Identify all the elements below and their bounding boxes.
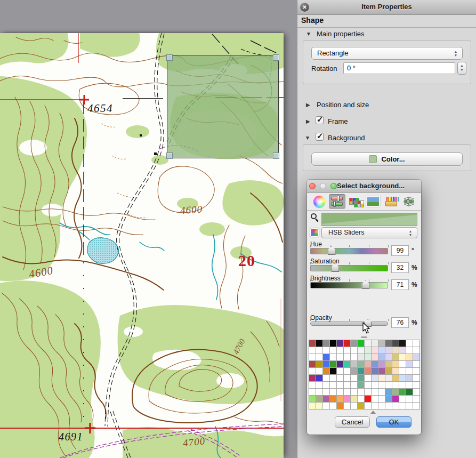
swatch-cell[interactable] (413, 382, 419, 388)
swatch-cell[interactable] (323, 389, 329, 395)
swatch-cell[interactable] (337, 403, 343, 409)
swatch-cell[interactable] (309, 382, 316, 388)
swatch-cell[interactable] (399, 382, 406, 388)
swatch-cell[interactable] (316, 361, 322, 367)
swatch-cell[interactable] (392, 354, 399, 360)
swatch-cell[interactable] (365, 347, 371, 353)
swatch-cell[interactable] (365, 375, 371, 381)
selection-handle-top-left[interactable] (166, 54, 173, 61)
swatch-cell[interactable] (316, 396, 322, 402)
tab-crayons[interactable] (383, 194, 399, 209)
swatch-cell[interactable] (351, 361, 357, 367)
swatch-cell[interactable] (413, 375, 419, 381)
swatch-cell[interactable] (365, 403, 371, 409)
swatch-cell[interactable] (406, 361, 413, 367)
swatch-cell[interactable] (323, 340, 329, 347)
swatch-cell[interactable] (406, 340, 413, 347)
swatch-cell[interactable] (323, 396, 329, 402)
swatch-cell[interactable] (413, 347, 419, 353)
swatch-cell[interactable] (385, 340, 392, 347)
swatch-cell[interactable] (316, 368, 322, 374)
swatch-cell[interactable] (309, 389, 316, 395)
dialog-titlebar[interactable]: Select background... (307, 180, 421, 193)
swatch-cell[interactable] (385, 382, 392, 388)
swatch-cell[interactable] (399, 340, 406, 347)
swatch-cell[interactable] (344, 368, 350, 374)
spinner-down-icon[interactable]: ▼ (461, 68, 464, 73)
tab-image-palettes[interactable] (365, 194, 381, 209)
swatch-cell[interactable] (351, 347, 357, 353)
rectangle-shape-item[interactable] (167, 55, 279, 158)
swatch-cell[interactable] (378, 375, 385, 381)
saturation-slider[interactable] (310, 265, 388, 271)
slider-mode-dropdown[interactable]: HSB Sliders ▲▼ (321, 227, 417, 238)
chevron-right-icon[interactable]: ▶ (306, 102, 312, 108)
swatch-cell[interactable] (372, 375, 378, 381)
swatch-cell[interactable] (358, 389, 364, 395)
swatch-cell[interactable] (323, 375, 329, 381)
main-properties-header[interactable]: ▼ Main properties (306, 29, 365, 38)
swatch-cell[interactable] (344, 396, 350, 402)
swatch-cell[interactable] (378, 389, 385, 395)
swatch-cell[interactable] (358, 347, 364, 353)
swatch-cell[interactable] (351, 396, 357, 402)
swatch-cell[interactable] (351, 375, 357, 381)
swatch-cell[interactable] (378, 361, 385, 367)
swatch-cell[interactable] (413, 396, 419, 402)
swatch-cell[interactable] (344, 354, 350, 360)
swatch-cell[interactable] (392, 347, 399, 353)
swatch-cell[interactable] (358, 354, 364, 360)
swatch-cell[interactable] (316, 389, 322, 395)
swatch-cell[interactable] (365, 361, 371, 367)
swatch-cell[interactable] (344, 389, 350, 395)
swatch-cell[interactable] (316, 375, 322, 381)
swatch-cell[interactable] (372, 354, 378, 360)
swatch-cell[interactable] (413, 361, 419, 367)
swatch-cell[interactable] (330, 340, 336, 347)
swatch-cell[interactable] (309, 340, 316, 347)
swatch-cell[interactable] (309, 396, 316, 402)
swatch-cell[interactable] (378, 368, 385, 374)
swatch-cell[interactable] (385, 403, 392, 409)
swatch-cell[interactable] (399, 354, 406, 360)
swatch-cell[interactable] (365, 354, 371, 360)
close-traffic-light[interactable] (309, 183, 316, 189)
tab-web-picker[interactable] (401, 194, 417, 209)
opacity-slider-thumb[interactable] (364, 319, 372, 327)
swatch-cell[interactable] (406, 382, 413, 388)
background-header[interactable]: ▼ (305, 133, 311, 142)
swatch-cell[interactable] (337, 340, 343, 347)
swatch-cell[interactable] (392, 396, 399, 402)
swatch-cell[interactable] (330, 389, 336, 395)
swatch-cell[interactable] (399, 375, 406, 381)
swatch-cell[interactable] (323, 361, 329, 367)
frame-checkbox[interactable]: ✓ (316, 116, 324, 124)
swatch-resize-grip[interactable] (370, 411, 376, 414)
swatch-cell[interactable] (337, 368, 343, 374)
spinner-up-icon[interactable]: ▲ (461, 64, 464, 68)
selection-handle-bottom-left[interactable] (166, 152, 173, 159)
swatch-cell[interactable] (385, 354, 392, 360)
swatch-cell[interactable] (385, 375, 392, 381)
swatch-cell[interactable] (372, 361, 378, 367)
swatch-cell[interactable] (378, 382, 385, 388)
swatch-cell[interactable] (309, 361, 316, 367)
swatch-cell[interactable] (372, 340, 378, 347)
swatch-cell[interactable] (323, 368, 329, 374)
swatch-cell[interactable] (378, 403, 385, 409)
swatch-cell[interactable] (330, 396, 336, 402)
swatch-cell[interactable] (316, 340, 322, 347)
swatch-cell[interactable] (344, 403, 350, 409)
tab-color-wheel[interactable] (311, 194, 327, 209)
position-size-header[interactable]: ▶ Position and size (306, 100, 369, 109)
swatch-cell[interactable] (385, 347, 392, 353)
rotation-input[interactable]: 0 ° (343, 62, 455, 74)
swatch-cell[interactable] (323, 403, 329, 409)
swatch-cell[interactable] (323, 347, 329, 353)
swatch-cell[interactable] (399, 347, 406, 353)
swatch-cell[interactable] (309, 347, 316, 353)
swatch-cell[interactable] (406, 389, 413, 395)
swatch-cell[interactable] (413, 403, 419, 409)
tab-color-sliders[interactable] (329, 194, 345, 209)
swatch-cell[interactable] (378, 354, 385, 360)
